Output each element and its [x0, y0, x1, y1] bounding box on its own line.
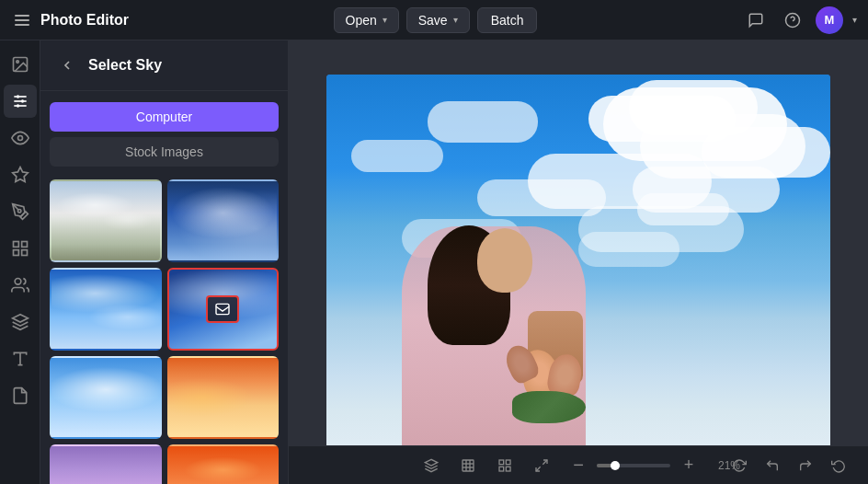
sky-thumb-4[interactable]	[167, 268, 280, 351]
svg-rect-14	[21, 242, 27, 248]
bottom-toolbar: − + 21%	[289, 445, 868, 484]
selected-indicator	[206, 295, 239, 323]
svg-point-10	[17, 136, 22, 141]
svg-marker-22	[425, 459, 437, 466]
undo-icon[interactable]	[758, 451, 787, 480]
header: Photo Editor Open ▾ Save ▾ Batch M ▾	[0, 0, 868, 40]
toolbar-view-icon[interactable]	[4, 121, 37, 155]
redo-icon[interactable]	[791, 451, 820, 480]
rotate-icon[interactable]	[725, 451, 754, 480]
toolbar-image-icon[interactable]	[4, 48, 37, 81]
history-icon[interactable]	[824, 451, 853, 480]
bottom-right-icons	[725, 451, 853, 480]
frame-bottom-icon[interactable]	[453, 451, 483, 480]
avatar[interactable]: M	[816, 6, 843, 34]
toolbar-text-icon[interactable]	[4, 342, 37, 375]
header-center: Open ▾ Save ▾ Batch	[129, 7, 742, 33]
canvas-area: − + 21%	[289, 40, 868, 484]
svg-point-9	[16, 104, 18, 107]
svg-rect-16	[21, 250, 27, 256]
open-button[interactable]: Open ▾	[334, 7, 399, 33]
svg-rect-31	[506, 467, 510, 471]
zoom-in-icon[interactable]: +	[674, 451, 703, 480]
app-title: Photo Editor	[40, 12, 129, 29]
grid-bottom-icon[interactable]	[490, 451, 520, 480]
header-left: Photo Editor	[11, 11, 129, 29]
expand-icon[interactable]	[527, 451, 556, 480]
batch-button[interactable]: Batch	[477, 7, 538, 33]
sidebar-header: Select Sky	[40, 40, 288, 91]
save-chevron-icon: ▾	[453, 15, 458, 25]
svg-marker-11	[12, 167, 28, 182]
sky-thumb-5[interactable]	[50, 356, 162, 439]
layers-bottom-icon[interactable]	[417, 451, 446, 480]
svg-rect-29	[506, 460, 510, 465]
svg-point-17	[15, 279, 21, 285]
zoom-control: − +	[564, 451, 703, 480]
toolbar-document-icon[interactable]	[4, 379, 37, 412]
sky-thumb-2[interactable]	[167, 179, 280, 262]
svg-rect-15	[13, 250, 18, 256]
tab-buttons: Computer Stock Images	[40, 91, 288, 174]
svg-rect-13	[13, 242, 18, 248]
left-toolbar	[0, 40, 40, 484]
help-icon[interactable]	[779, 6, 806, 34]
svg-point-7	[16, 95, 18, 98]
svg-point-3	[16, 61, 17, 63]
tab-computer[interactable]: Computer	[50, 102, 279, 132]
svg-line-33	[536, 467, 541, 471]
sky-thumb-6[interactable]	[167, 356, 280, 439]
canvas-image	[326, 75, 830, 450]
toolbar-grid-icon[interactable]	[4, 232, 37, 265]
header-right: M ▾	[742, 6, 857, 34]
chat-icon[interactable]	[742, 6, 770, 34]
toolbar-people-icon[interactable]	[4, 269, 37, 302]
toolbar-adjust-icon[interactable]	[4, 85, 37, 118]
svg-point-12	[17, 210, 20, 213]
svg-marker-18	[12, 315, 28, 322]
menu-icon[interactable]	[11, 11, 33, 29]
sky-thumb-7[interactable]	[50, 444, 162, 484]
svg-rect-23	[463, 460, 474, 471]
zoom-slider[interactable]	[597, 464, 670, 467]
svg-rect-30	[499, 467, 504, 471]
svg-rect-21	[216, 304, 229, 314]
main-area: Select Sky Computer Stock Images	[0, 40, 868, 484]
sky-thumb-3[interactable]	[50, 268, 162, 351]
sky-grid	[40, 174, 288, 484]
save-button[interactable]: Save ▾	[406, 7, 470, 33]
sky-thumb-8[interactable]	[167, 444, 280, 484]
back-button[interactable]	[55, 53, 79, 77]
svg-point-8	[20, 99, 23, 102]
toolbar-brush-icon[interactable]	[4, 195, 37, 228]
sidebar-panel: Select Sky Computer Stock Images	[40, 40, 289, 484]
avatar-dropdown-icon[interactable]: ▾	[852, 15, 857, 25]
zoom-out-icon[interactable]: −	[564, 451, 593, 480]
open-chevron-icon: ▾	[383, 15, 387, 25]
sidebar-title: Select Sky	[88, 57, 162, 74]
svg-rect-28	[499, 460, 504, 465]
toolbar-magic-icon[interactable]	[4, 158, 37, 191]
svg-line-32	[542, 460, 547, 465]
tab-stock-images[interactable]: Stock Images	[50, 137, 279, 167]
sky-thumb-1[interactable]	[50, 179, 162, 262]
toolbar-layer-icon[interactable]	[4, 305, 37, 339]
